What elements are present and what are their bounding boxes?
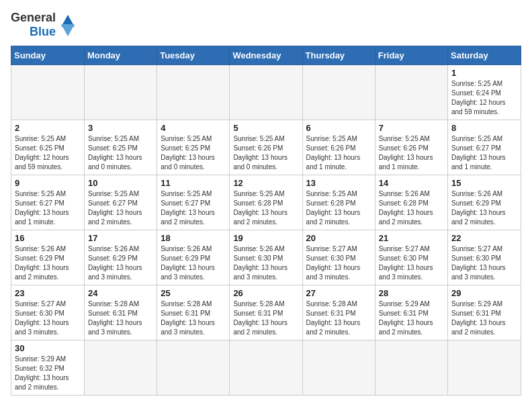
date-number: 9 <box>15 178 81 188</box>
calendar-cell: 3Sunrise: 5:25 AMSunset: 6:25 PMDaylight… <box>84 120 157 175</box>
date-number: 19 <box>233 233 298 243</box>
calendar-cell: 29Sunrise: 5:29 AMSunset: 6:31 PMDayligh… <box>447 285 521 340</box>
cell-info: Sunrise: 5:29 AMSunset: 6:31 PMDaylight:… <box>379 300 444 337</box>
calendar-cell <box>157 340 230 396</box>
header-friday: Friday <box>375 46 447 65</box>
header-sunday: Sunday <box>11 46 85 65</box>
cell-info: Sunrise: 5:26 AMSunset: 6:29 PMDaylight:… <box>15 244 81 282</box>
calendar-cell: 2Sunrise: 5:25 AMSunset: 6:25 PMDaylight… <box>11 120 85 175</box>
date-number: 6 <box>306 123 371 133</box>
date-number: 22 <box>451 233 517 243</box>
cell-info: Sunrise: 5:28 AMSunset: 6:31 PMDaylight:… <box>233 300 298 337</box>
date-number: 11 <box>161 178 226 188</box>
calendar-week-row: 1Sunrise: 5:25 AMSunset: 6:24 PMDaylight… <box>11 65 521 120</box>
calendar-week-row: 9Sunrise: 5:25 AMSunset: 6:27 PMDaylight… <box>11 175 521 230</box>
calendar-cell: 26Sunrise: 5:28 AMSunset: 6:31 PMDayligh… <box>230 285 302 340</box>
date-number: 26 <box>233 288 298 298</box>
date-number: 28 <box>379 288 444 298</box>
header-saturday: Saturday <box>447 46 521 65</box>
date-number: 15 <box>451 178 517 188</box>
date-number: 2 <box>15 123 81 133</box>
header-tuesday: Tuesday <box>157 46 230 65</box>
date-number: 4 <box>161 123 226 133</box>
cell-info: Sunrise: 5:28 AMSunset: 6:31 PMDaylight:… <box>306 300 371 337</box>
calendar-cell: 28Sunrise: 5:29 AMSunset: 6:31 PMDayligh… <box>375 285 447 340</box>
date-number: 16 <box>15 233 81 243</box>
cell-info: Sunrise: 5:25 AMSunset: 6:26 PMDaylight:… <box>306 134 371 172</box>
date-number: 3 <box>88 123 153 133</box>
calendar-cell: 13Sunrise: 5:25 AMSunset: 6:28 PMDayligh… <box>302 175 375 230</box>
calendar-cell: 8Sunrise: 5:25 AMSunset: 6:27 PMDaylight… <box>447 120 521 175</box>
date-number: 14 <box>379 178 444 188</box>
calendar-cell <box>230 65 302 120</box>
cell-info: Sunrise: 5:28 AMSunset: 6:31 PMDaylight:… <box>88 300 153 337</box>
calendar-cell <box>447 340 521 396</box>
cell-info: Sunrise: 5:26 AMSunset: 6:29 PMDaylight:… <box>88 244 153 282</box>
date-number: 7 <box>379 123 444 133</box>
calendar-cell: 18Sunrise: 5:26 AMSunset: 6:29 PMDayligh… <box>157 230 230 285</box>
cell-info: Sunrise: 5:26 AMSunset: 6:30 PMDaylight:… <box>233 244 298 282</box>
cell-info: Sunrise: 5:26 AMSunset: 6:29 PMDaylight:… <box>161 244 226 282</box>
calendar-cell: 23Sunrise: 5:27 AMSunset: 6:30 PMDayligh… <box>11 285 85 340</box>
date-number: 13 <box>306 178 371 188</box>
calendar-week-row: 23Sunrise: 5:27 AMSunset: 6:30 PMDayligh… <box>11 285 521 340</box>
header-monday: Monday <box>84 46 157 65</box>
cell-info: Sunrise: 5:25 AMSunset: 6:28 PMDaylight:… <box>233 189 298 227</box>
date-number: 1 <box>451 68 517 78</box>
cell-info: Sunrise: 5:27 AMSunset: 6:30 PMDaylight:… <box>379 244 444 282</box>
date-number: 10 <box>88 178 153 188</box>
calendar-cell: 30Sunrise: 5:29 AMSunset: 6:32 PMDayligh… <box>11 340 85 396</box>
cell-info: Sunrise: 5:29 AMSunset: 6:32 PMDaylight:… <box>15 355 81 392</box>
cell-info: Sunrise: 5:29 AMSunset: 6:31 PMDaylight:… <box>451 300 517 337</box>
calendar-cell <box>375 65 447 120</box>
date-number: 17 <box>88 233 153 243</box>
date-number: 29 <box>451 288 517 298</box>
page-header: General Blue <box>11 11 521 39</box>
calendar-cell: 14Sunrise: 5:26 AMSunset: 6:28 PMDayligh… <box>375 175 447 230</box>
cell-info: Sunrise: 5:26 AMSunset: 6:28 PMDaylight:… <box>379 189 444 227</box>
calendar-cell: 10Sunrise: 5:25 AMSunset: 6:27 PMDayligh… <box>84 175 157 230</box>
calendar-week-row: 2Sunrise: 5:25 AMSunset: 6:25 PMDaylight… <box>11 120 521 175</box>
calendar-cell: 5Sunrise: 5:25 AMSunset: 6:26 PMDaylight… <box>230 120 302 175</box>
cell-info: Sunrise: 5:25 AMSunset: 6:27 PMDaylight:… <box>15 189 81 227</box>
calendar-cell <box>157 65 230 120</box>
date-number: 23 <box>15 288 81 298</box>
date-number: 8 <box>451 123 517 133</box>
calendar-cell: 25Sunrise: 5:28 AMSunset: 6:31 PMDayligh… <box>157 285 230 340</box>
cell-info: Sunrise: 5:27 AMSunset: 6:30 PMDaylight:… <box>306 244 371 282</box>
calendar-cell <box>11 65 85 120</box>
header-thursday: Thursday <box>302 46 375 65</box>
header-wednesday: Wednesday <box>230 46 302 65</box>
calendar-cell: 11Sunrise: 5:25 AMSunset: 6:27 PMDayligh… <box>157 175 230 230</box>
date-number: 30 <box>15 343 81 353</box>
date-number: 21 <box>379 233 444 243</box>
calendar-cell: 22Sunrise: 5:27 AMSunset: 6:30 PMDayligh… <box>447 230 521 285</box>
calendar-cell <box>375 340 447 396</box>
date-number: 18 <box>161 233 226 243</box>
cell-info: Sunrise: 5:25 AMSunset: 6:25 PMDaylight:… <box>15 134 81 172</box>
calendar-cell: 16Sunrise: 5:26 AMSunset: 6:29 PMDayligh… <box>11 230 85 285</box>
calendar-cell: 17Sunrise: 5:26 AMSunset: 6:29 PMDayligh… <box>84 230 157 285</box>
cell-info: Sunrise: 5:25 AMSunset: 6:28 PMDaylight:… <box>306 189 371 227</box>
date-number: 24 <box>88 288 153 298</box>
calendar-cell: 21Sunrise: 5:27 AMSunset: 6:30 PMDayligh… <box>375 230 447 285</box>
logo: General Blue <box>11 11 75 39</box>
cell-info: Sunrise: 5:28 AMSunset: 6:31 PMDaylight:… <box>161 300 226 337</box>
cell-info: Sunrise: 5:25 AMSunset: 6:24 PMDaylight:… <box>451 79 517 117</box>
calendar-cell: 6Sunrise: 5:25 AMSunset: 6:26 PMDaylight… <box>302 120 375 175</box>
cell-info: Sunrise: 5:25 AMSunset: 6:25 PMDaylight:… <box>88 134 153 172</box>
calendar-cell: 9Sunrise: 5:25 AMSunset: 6:27 PMDaylight… <box>11 175 85 230</box>
calendar-cell: 20Sunrise: 5:27 AMSunset: 6:30 PMDayligh… <box>302 230 375 285</box>
calendar-cell: 4Sunrise: 5:25 AMSunset: 6:25 PMDaylight… <box>157 120 230 175</box>
date-number: 20 <box>306 233 371 243</box>
cell-info: Sunrise: 5:25 AMSunset: 6:26 PMDaylight:… <box>233 134 298 172</box>
calendar-cell <box>84 340 157 396</box>
calendar-header-row: SundayMondayTuesdayWednesdayThursdayFrid… <box>11 46 521 65</box>
cell-info: Sunrise: 5:26 AMSunset: 6:29 PMDaylight:… <box>451 189 517 227</box>
calendar-cell <box>230 340 302 396</box>
date-number: 27 <box>306 288 371 298</box>
logo-triangle-bottom <box>61 24 75 36</box>
cell-info: Sunrise: 5:25 AMSunset: 6:27 PMDaylight:… <box>161 189 226 227</box>
calendar-cell: 7Sunrise: 5:25 AMSunset: 6:26 PMDaylight… <box>375 120 447 175</box>
calendar-cell: 1Sunrise: 5:25 AMSunset: 6:24 PMDaylight… <box>447 65 521 120</box>
